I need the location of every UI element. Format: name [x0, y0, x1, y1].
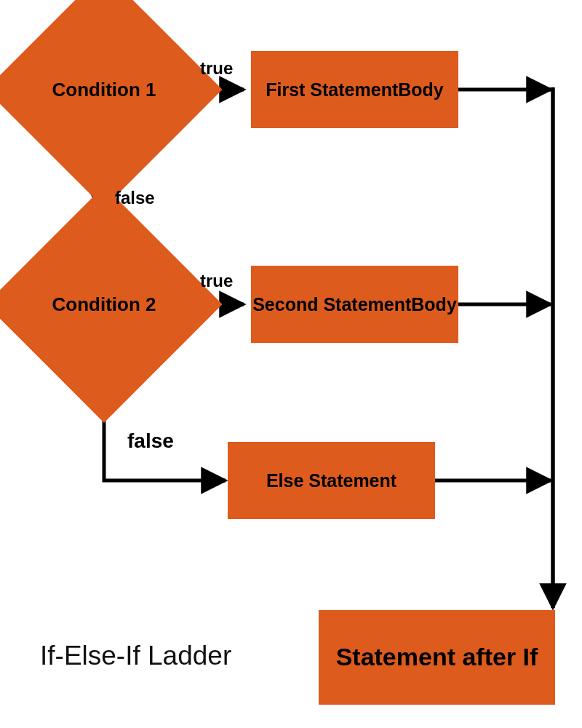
decision-condition-1: Condition 1: [20, 6, 188, 173]
process-first-body: First StatementBody: [251, 51, 458, 128]
process-second-body-label: Second StatementBody: [252, 293, 457, 315]
process-else-body-label: Else Statement: [266, 470, 396, 491]
decision-condition-1-label: Condition 1: [20, 6, 188, 173]
decision-condition-2: Condition 2: [20, 221, 188, 388]
process-statement-after-if-label: Statement after If: [336, 643, 538, 671]
process-first-body-label: First StatementBody: [266, 79, 443, 100]
process-else-body: Else Statement: [228, 442, 435, 519]
edge-label-cond2-true: true: [200, 271, 233, 291]
edge-label-cond1-false: false: [115, 188, 155, 208]
edge-label-cond1-true: true: [200, 58, 233, 79]
diagram-title: If-Else-If Ladder: [40, 641, 231, 671]
decision-condition-2-label: Condition 2: [20, 221, 188, 388]
edge-label-cond2-false: false: [127, 430, 174, 453]
process-second-body: Second StatementBody: [251, 266, 458, 343]
process-statement-after-if: Statement after If: [319, 610, 555, 705]
